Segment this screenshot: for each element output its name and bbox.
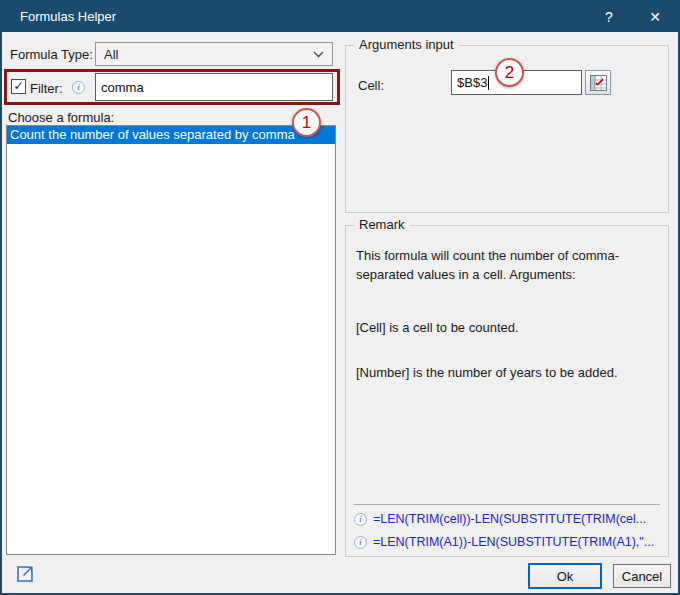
- info-icon[interactable]: i: [354, 536, 367, 549]
- filter-label: Filter:: [30, 81, 63, 96]
- remark-divider: [354, 504, 660, 505]
- cancel-button[interactable]: Cancel: [613, 564, 671, 588]
- close-button[interactable]: ✕: [634, 2, 676, 32]
- remark-group: Remark This formula will count the numbe…: [345, 225, 669, 557]
- formulas-helper-dialog: Formulas Helper ? ✕ Formula Type: All ✓ …: [0, 0, 680, 595]
- range-selector-button[interactable]: [585, 70, 611, 95]
- remark-paragraph: [Cell] is a cell to be counted.: [356, 318, 658, 337]
- cell-label: Cell:: [358, 78, 384, 93]
- formula-type-label: Formula Type:: [10, 47, 93, 62]
- formula-example-row[interactable]: i =LEN(TRIM(A1))-LEN(SUBSTITUTE(TRIM(A1)…: [354, 533, 664, 551]
- range-selector-icon: [590, 75, 607, 91]
- filter-checkbox[interactable]: ✓: [11, 79, 26, 94]
- formula-example-text[interactable]: =LEN(TRIM(cell))-LEN(SUBSTITUTE(TRIM(cel…: [373, 512, 646, 526]
- formula-type-dropdown[interactable]: All: [95, 42, 333, 66]
- share-button[interactable]: [14, 563, 38, 587]
- formula-listbox[interactable]: Count the number of values separated by …: [6, 125, 336, 555]
- filter-input[interactable]: [95, 73, 333, 101]
- title-bar: Formulas Helper ? ✕: [2, 2, 678, 32]
- formula-list-item[interactable]: Count the number of values separated by …: [7, 126, 335, 144]
- ok-button[interactable]: Ok: [528, 563, 602, 589]
- formula-example-row[interactable]: i =LEN(TRIM(cell))-LEN(SUBSTITUTE(TRIM(c…: [354, 510, 664, 528]
- cell-input-value: $B$3: [457, 75, 487, 90]
- formula-type-selected-value: All: [104, 47, 118, 62]
- text-cursor: [488, 76, 489, 90]
- formula-example-text[interactable]: =LEN(TRIM(A1))-LEN(SUBSTITUTE(TRIM(A1),"…: [373, 535, 654, 549]
- help-button[interactable]: ?: [588, 2, 630, 32]
- choose-formula-label: Choose a formula:: [8, 110, 114, 125]
- info-icon[interactable]: i: [354, 513, 367, 526]
- remark-legend: Remark: [354, 217, 410, 232]
- step-2-callout: 2: [495, 58, 524, 87]
- remark-paragraph: This formula will count the number of co…: [356, 246, 658, 284]
- remark-paragraph: [Number] is the number of years to be ad…: [356, 363, 658, 382]
- external-link-icon: [14, 563, 38, 585]
- window-title: Formulas Helper: [20, 2, 116, 32]
- step-1-callout: 1: [292, 108, 321, 137]
- arguments-input-legend: Arguments input: [354, 37, 459, 52]
- filter-info-icon[interactable]: i: [72, 81, 85, 94]
- chevron-down-icon: [313, 51, 324, 58]
- checkmark-icon: ✓: [13, 79, 23, 93]
